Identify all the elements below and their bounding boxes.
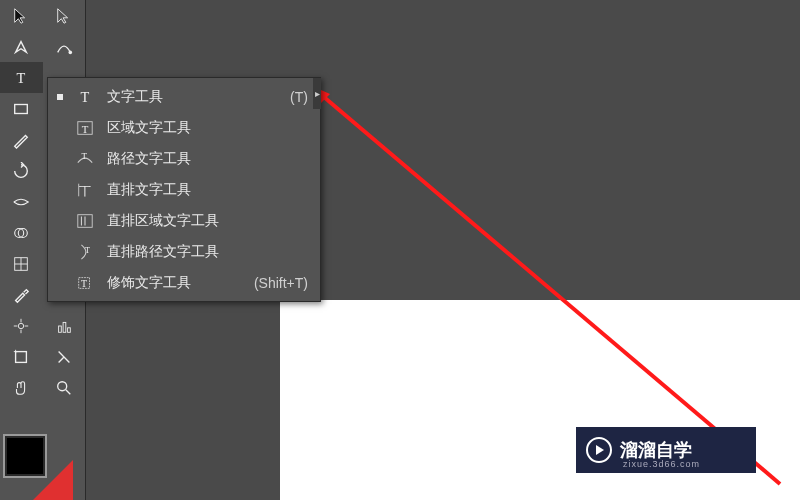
flyout-label: 直排路径文字工具 [107,243,308,261]
area-type-icon: T [73,119,97,137]
svg-point-19 [57,381,66,390]
svg-text:T: T [82,122,89,134]
tool-direct-selection[interactable] [43,0,86,31]
tool-eyedropper[interactable] [0,279,43,310]
watermark: 溜溜自学 zixue.3d66.com [576,427,756,473]
tool-paintbrush[interactable] [0,124,43,155]
flyout-shortcut: (Shift+T) [254,275,308,291]
type-icon: T [73,88,97,106]
flyout-shortcut: (T) [290,89,308,105]
color-swatches[interactable] [3,434,77,494]
svg-line-20 [66,389,71,394]
vertical-area-type-icon [73,212,97,230]
svg-point-0 [68,50,72,54]
svg-point-12 [19,323,24,328]
flyout-label: 文字工具 [107,88,290,106]
watermark-sub: zixue.3d66.com [623,459,700,469]
svg-text:T: T [81,151,87,161]
flyout-label: 直排文字工具 [107,181,308,199]
vertical-type-icon: 丅 [73,181,97,199]
tool-mesh[interactable] [0,248,43,279]
flyout-label: 修饰文字工具 [107,274,254,292]
svg-rect-2 [15,104,28,113]
flyout-label: 区域文字工具 [107,119,308,137]
flyout-item-vertical-path-type[interactable]: T 直排路径文字工具 [51,236,320,267]
flyout-item-type[interactable]: T 文字工具 (T) [51,81,320,112]
play-icon [586,437,612,463]
flyout-item-path-type[interactable]: T 路径文字工具 [51,143,320,174]
tool-zoom[interactable] [43,372,86,403]
path-type-icon: T [73,150,97,168]
touch-type-icon: T [73,274,97,292]
type-tool-flyout: ▸ T 文字工具 (T) T 区域文字工具 T 路径文字工具 丅 直排文字工具 … [47,77,321,302]
background-swatch[interactable] [29,460,73,500]
svg-text:T: T [81,89,90,105]
vertical-path-type-icon: T [73,243,97,261]
tool-rectangle[interactable] [0,93,43,124]
tool-pen[interactable] [0,31,43,62]
tool-type[interactable]: T [0,62,43,93]
svg-text:T: T [81,277,87,288]
svg-rect-16 [16,351,27,362]
svg-rect-14 [63,322,66,332]
flyout-item-vertical-area-type[interactable]: 直排区域文字工具 [51,205,320,236]
flyout-item-area-type[interactable]: T 区域文字工具 [51,112,320,143]
svg-text:丅: 丅 [79,184,91,197]
svg-line-33 [318,92,780,484]
tool-graph[interactable] [43,310,86,341]
svg-rect-15 [67,327,70,332]
tool-curvature[interactable] [43,31,86,62]
tool-shape-builder[interactable] [0,217,43,248]
flyout-label: 直排区域文字工具 [107,212,308,230]
flyout-label: 路径文字工具 [107,150,308,168]
tool-selection[interactable] [0,0,43,31]
tool-hand[interactable] [0,372,43,403]
tool-artboard[interactable] [0,341,43,372]
svg-text:T: T [17,70,26,86]
flyout-item-vertical-type[interactable]: 丅 直排文字工具 [51,174,320,205]
annotation-arrow [312,86,782,486]
tool-width[interactable] [0,186,43,217]
tool-rotate[interactable] [0,155,43,186]
svg-rect-13 [58,326,61,332]
svg-text:T: T [85,245,90,254]
flyout-item-touch-type[interactable]: T 修饰文字工具 (Shift+T) [51,267,320,298]
tool-symbol[interactable] [0,310,43,341]
tool-slice[interactable] [43,341,86,372]
